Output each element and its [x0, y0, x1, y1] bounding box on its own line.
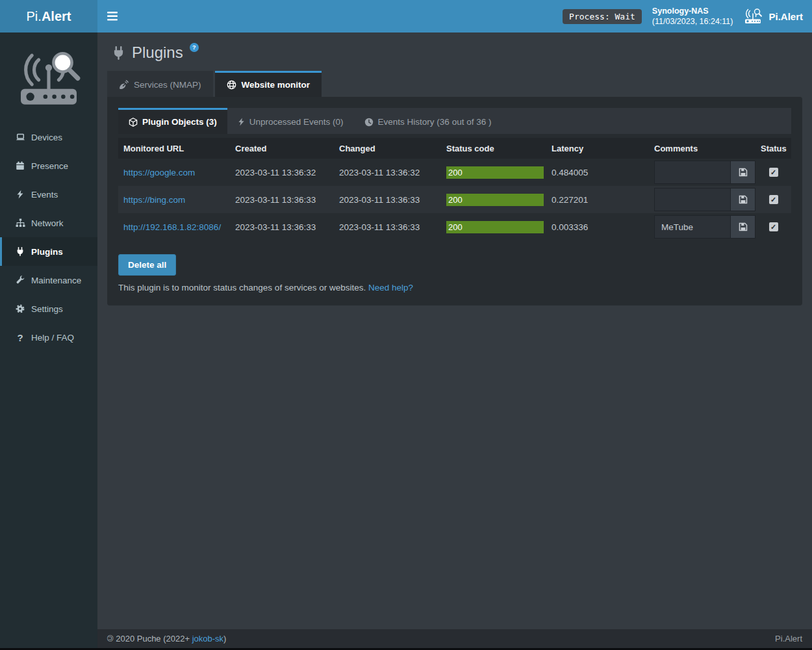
bolt-icon: [238, 118, 245, 126]
sidebar-item-plugins[interactable]: Plugins: [0, 237, 97, 266]
copyleft-icon: ©: [107, 634, 114, 644]
pialert-app: Pi.Alert Process: Wait Synology-NAS (11/…: [0, 0, 812, 650]
footer-credits-close: ): [223, 634, 226, 644]
status-checkbox[interactable]: ✓: [769, 168, 778, 177]
tab-label: Unprocessed Events (0): [249, 117, 344, 127]
plug-icon: [15, 247, 25, 256]
col-comments: Comments: [649, 138, 755, 159]
changed-cell: 2023-03-11 13:36:33: [334, 213, 441, 240]
brand-logo[interactable]: Pi.Alert: [0, 0, 97, 32]
router-scan-logo-icon: [15, 52, 82, 108]
bolt-icon: [15, 190, 25, 199]
help-badge[interactable]: ?: [190, 43, 199, 52]
monitored-url-link[interactable]: https://bing.com: [123, 195, 185, 205]
save-comment-button[interactable]: [731, 215, 755, 239]
wrench-icon: [15, 276, 25, 285]
floppy-save-icon: [739, 195, 748, 204]
col-created: Created: [230, 138, 334, 159]
created-cell: 2023-03-11 13:36:33: [230, 186, 334, 213]
laptop-icon: [15, 133, 25, 142]
tab-events-history[interactable]: Events History (36 out of 36 ): [354, 108, 502, 134]
floppy-save-icon: [739, 222, 748, 231]
sidebar-toggle-button[interactable]: [97, 0, 127, 32]
clock-icon: [364, 118, 374, 127]
footer-credits-text: 2020 Puche (2022+: [114, 634, 192, 644]
sidebar-item-maintenance[interactable]: Maintenance: [0, 266, 97, 294]
sidebar-item-label: Help / FAQ: [31, 333, 74, 343]
plug-icon: [112, 46, 125, 60]
top-header: Pi.Alert Process: Wait Synology-NAS (11/…: [0, 0, 812, 32]
tab-label: Plugin Objects (3): [142, 117, 217, 127]
col-status: Status: [755, 138, 791, 159]
sidebar-item-label: Devices: [31, 133, 62, 142]
monitored-url-link[interactable]: http://192.168.1.82:8086/: [123, 222, 221, 232]
save-comment-button[interactable]: [731, 188, 755, 211]
sidebar-menu: Devices Presence Events Network: [0, 123, 97, 352]
gear-icon: [15, 304, 25, 313]
status-code-bar: 200: [446, 166, 544, 179]
process-status-badge: Process: Wait: [563, 9, 642, 24]
sidebar-item-devices[interactable]: Devices: [0, 123, 97, 151]
floppy-save-icon: [739, 168, 748, 177]
tab-plugin-objects[interactable]: Plugin Objects (3): [118, 108, 227, 134]
sidebar-item-network[interactable]: Network: [0, 209, 97, 237]
sidebar: Devices Presence Events Network: [0, 32, 97, 648]
sidebar-item-label: Events: [31, 190, 58, 200]
globe-icon: [227, 80, 236, 90]
tab-services-nmap[interactable]: Services (NMAP): [107, 71, 213, 97]
satellite-dish-icon: [119, 80, 129, 90]
created-cell: 2023-03-11 13:36:33: [230, 213, 334, 240]
sidebar-item-label: Plugins: [31, 247, 63, 257]
delete-all-button[interactable]: Delete all: [118, 254, 176, 276]
brand-pre: Pi.: [27, 9, 42, 24]
comment-input[interactable]: [654, 161, 731, 184]
sidebar-item-presence[interactable]: Presence: [0, 151, 97, 180]
tab-label: Services (NMAP): [134, 80, 201, 90]
host-info: Synology-NAS (11/03/2023, 16:24:11): [652, 6, 733, 27]
sitemap-icon: [15, 218, 25, 228]
comment-input[interactable]: [654, 215, 731, 239]
footer-credits: © 2020 Puche (2022+ jokob-sk): [107, 634, 226, 644]
status-code-bar: 200: [446, 194, 544, 206]
cube-icon: [129, 118, 138, 127]
jokob-sk-link[interactable]: jokob-sk: [192, 634, 223, 644]
navbar-right: Process: Wait Synology-NAS (11/03/2023, …: [563, 6, 812, 27]
tab-unprocessed-events[interactable]: Unprocessed Events (0): [227, 108, 354, 134]
footer: © 2020 Puche (2022+ jokob-sk) Pi.Alert: [97, 629, 812, 648]
changed-cell: 2023-03-11 13:36:33: [334, 186, 441, 213]
page-title: Plugins ?: [112, 42, 802, 64]
save-comment-button[interactable]: [731, 161, 755, 184]
host-timestamp: (11/03/2023, 16:24:11): [652, 16, 733, 27]
content-wrapper: Plugins ? Services (NMAP) Website monito…: [97, 32, 812, 629]
page-title-text: Plugins: [132, 42, 183, 64]
table-row: https://bing.com 2023-03-11 13:36:33 202…: [118, 186, 791, 213]
comment-input[interactable]: [654, 188, 731, 211]
status-checkbox[interactable]: ✓: [769, 195, 778, 204]
sidebar-item-label: Maintenance: [31, 276, 81, 285]
changed-cell: 2023-03-11 13:36:32: [334, 159, 441, 186]
status-code-bar: 200: [446, 221, 544, 233]
created-cell: 2023-03-11 13:36:32: [230, 159, 334, 186]
calendar-icon: [15, 161, 25, 170]
comment-group: [654, 215, 755, 239]
host-name: Synology-NAS: [652, 6, 733, 16]
question-icon: ?: [15, 332, 25, 343]
tab-label: Website monitor: [242, 80, 311, 90]
tab-website-monitor[interactable]: Website monitor: [215, 71, 322, 97]
sidebar-item-events[interactable]: Events: [0, 180, 97, 209]
comment-group: [654, 188, 755, 211]
plugin-objects-table: Monitored URL Created Changed Status cod…: [118, 138, 791, 240]
footer-app-name: Pi.Alert: [775, 634, 802, 644]
navbar-app-name: Pi.Alert: [768, 11, 803, 22]
sidebar-logo: [0, 32, 97, 120]
navbar-app-title[interactable]: Pi.Alert: [743, 8, 803, 25]
monitored-url-link[interactable]: https://google.com: [123, 168, 195, 177]
table-row: https://google.com 2023-03-11 13:36:32 2…: [118, 159, 791, 186]
table-header-row: Monitored URL Created Changed Status cod…: [118, 138, 791, 159]
sidebar-item-help[interactable]: ? Help / FAQ: [0, 323, 97, 352]
sidebar-item-label: Settings: [31, 304, 63, 314]
status-checkbox[interactable]: ✓: [769, 222, 778, 231]
sidebar-item-settings[interactable]: Settings: [0, 294, 97, 323]
helper-text: This plugin is to monitor status changes…: [118, 283, 366, 292]
need-help-link[interactable]: Need help?: [368, 283, 413, 292]
